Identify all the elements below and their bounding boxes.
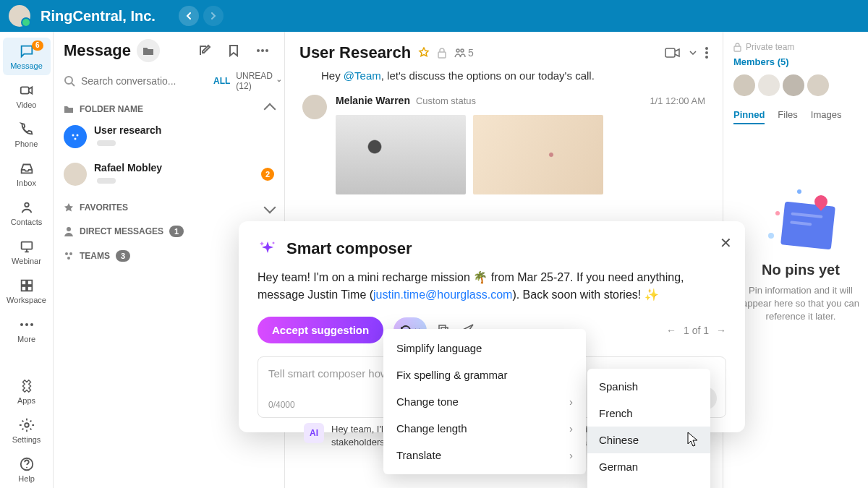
chevron-up-icon [264,103,276,116]
rail-inbox[interactable]: Inbox [3,155,51,192]
svg-point-13 [257,49,260,52]
sparkle-icon [258,239,278,259]
pager-next-icon[interactable]: → [716,325,726,336]
favorites-section[interactable]: FAVORITES [64,202,274,213]
rail-phone[interactable]: Phone [3,116,51,153]
lang-german[interactable]: German [587,453,710,480]
app-header: RingCentral, Inc. [0,0,868,32]
video-icon [18,82,35,99]
contacts-icon [18,199,35,216]
sender-name: Melanie Warren [336,95,410,106]
svg-point-15 [265,49,268,52]
svg-point-20 [75,138,77,140]
nopins-title: No pins yet [733,262,868,278]
rail-apps[interactable]: Apps [3,372,51,410]
dropdown-simplify[interactable]: Simplify language [383,335,586,361]
lock-icon [733,43,741,52]
tab-images[interactable]: Images [811,109,842,124]
svg-point-7 [20,323,23,326]
svg-point-21 [67,227,71,231]
member-avatar[interactable] [783,74,804,96]
svg-point-1 [25,203,29,207]
person-icon [64,226,74,236]
tab-files[interactable]: Files [778,109,797,124]
rail-workspace[interactable]: Workspace [3,272,51,309]
members-link[interactable]: Members (5) [733,56,868,67]
image-attachment[interactable] [336,115,466,194]
sender-status: Custom status [416,95,476,106]
rail-contacts[interactable]: Contacts [3,194,51,231]
accept-suggestion-button[interactable]: Accept suggestion [258,317,383,343]
chevron-down-icon[interactable] [689,51,697,55]
webinar-icon [18,238,35,255]
svg-rect-28 [665,48,675,57]
svg-rect-5 [21,286,25,291]
filter-all[interactable]: ALL [213,76,230,86]
team-avatar-icon [64,125,87,148]
member-avatar[interactable] [733,74,755,96]
folder-section[interactable]: FOLDER NAME [64,104,274,114]
filter-unread[interactable]: UNREAD (12) [236,71,281,91]
svg-point-31 [705,56,708,59]
close-icon[interactable]: ✕ [720,234,732,252]
dropdown-change-tone[interactable]: Change tone› [383,388,586,415]
tab-pinned[interactable]: Pinned [733,109,765,124]
image-attachment[interactable] [473,115,603,194]
compose-icon[interactable] [193,39,216,62]
svg-point-30 [705,51,708,54]
teams-icon [64,251,74,261]
rail-more[interactable]: More [3,311,51,348]
member-avatar[interactable] [758,74,780,96]
star-outline-icon[interactable] [418,47,430,59]
sidebar-title: Message [64,41,131,60]
members-icon[interactable]: 5 [454,47,474,59]
nav-forward-icon[interactable] [203,6,224,26]
dropdown-change-length[interactable]: Change length› [383,415,586,442]
rail-message[interactable]: 6 Message [3,38,51,75]
composer-title: Smart composer [286,239,412,258]
rail-help[interactable]: Help [3,450,51,488]
apps-icon [18,377,35,395]
svg-point-18 [72,134,75,137]
conversation-item[interactable]: User research [64,121,274,152]
nav-back-icon[interactable] [179,6,199,26]
message-row: Melanie Warren Custom status 1/1 12:00 A… [285,92,723,197]
email-link[interactable]: justin.time@hourglass.com [373,288,512,301]
rail-webinar[interactable]: Webinar [3,233,51,270]
rail-settings[interactable]: Settings [3,411,51,449]
rail-video[interactable]: Video [3,77,51,114]
folder-filter-icon[interactable] [137,39,160,62]
cursor-icon [686,431,700,448]
pager-prev-icon[interactable]: ← [666,325,676,336]
dots-icon[interactable] [251,39,274,62]
lock-icon [437,47,447,59]
svg-rect-0 [20,87,28,93]
lang-english[interactable]: English [587,480,710,488]
svg-point-12 [26,467,27,468]
profile-avatar[interactable] [9,5,30,27]
folder-icon [64,105,74,114]
lang-french[interactable]: French [587,400,710,427]
chevron-down-icon [264,202,276,214]
intro-message: Hey @Team, let's discuss the options on … [285,69,723,92]
brand-title: RingCentral, Inc. [41,8,156,25]
private-label: Private team [733,42,868,52]
svg-point-26 [456,49,459,52]
bookmark-icon[interactable] [222,39,245,62]
svg-rect-6 [27,286,31,291]
kebab-icon[interactable] [705,47,708,59]
sender-avatar[interactable] [302,95,327,119]
svg-rect-32 [734,46,741,51]
more-icon [18,316,35,333]
dropdown-fix-spelling[interactable]: Fix spelling & grammar [383,361,586,388]
dropdown-translate[interactable]: Translate› [383,442,586,468]
lang-spanish[interactable]: Spanish [587,373,710,400]
start-video-icon[interactable] [665,47,681,59]
search-input[interactable] [81,75,208,87]
conversation-item[interactable]: Rafael Mobley 2 [64,159,274,189]
svg-rect-25 [438,52,446,58]
member-avatar[interactable] [807,74,829,96]
message-time: 1/1 12:00 AM [650,95,705,106]
user-avatar-icon [64,163,87,186]
svg-point-10 [25,423,29,427]
